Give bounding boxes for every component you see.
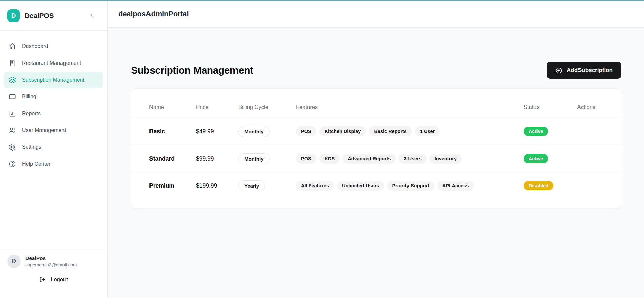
feature-chip: POS <box>296 154 316 164</box>
user-email: superadmin2@gmail.com <box>25 262 77 267</box>
feature-chip: POS <box>296 126 316 136</box>
sidebar-item-label: Restaurant Management <box>22 60 81 66</box>
home-icon <box>9 43 16 50</box>
page-title: Subscription Management <box>131 65 253 76</box>
table-row: Premium $199.99 Yearly All FeaturesUnlim… <box>131 172 621 199</box>
table-body: Basic $49.99 Monthly POSKitchen DisplayB… <box>131 118 621 199</box>
sidebar-item-dashboard[interactable]: Dashboard <box>0 38 107 55</box>
sidebar-header: D DealPOS <box>0 1 107 31</box>
layers-icon <box>9 76 16 84</box>
brand-logo-initial: D <box>11 12 16 19</box>
sidebar-collapse-button[interactable] <box>87 11 96 20</box>
feature-chip: Unlimited Users <box>337 181 384 191</box>
sidebar: D DealPOS Dashboard Restaurant Managemen… <box>0 1 108 298</box>
feature-chip: Inventory <box>430 154 462 164</box>
sidebar-item-billing[interactable]: Billing <box>0 88 107 105</box>
table-row: Basic $49.99 Monthly POSKitchen DisplayB… <box>131 118 621 145</box>
sidebar-item-label: Subscription Management <box>22 77 84 83</box>
logout-button[interactable]: Logout <box>39 276 68 283</box>
gear-icon <box>9 143 16 151</box>
building-icon <box>9 59 16 67</box>
help-circle-icon <box>9 160 16 168</box>
column-header-features: Features <box>296 104 524 110</box>
avatar: D <box>7 255 21 268</box>
sidebar-item-label: Dashboard <box>22 43 48 49</box>
status-badge: Active <box>524 154 548 163</box>
sidebar-footer: D DealPos superadmin2@gmail.com Logout <box>0 248 107 298</box>
features-list: All FeaturesUnlimited UsersPriority Supp… <box>296 181 524 191</box>
column-header-name: Name <box>149 104 196 110</box>
status-badge: Disabled <box>524 181 553 190</box>
sidebar-item-help-center[interactable]: Help Center <box>0 156 107 172</box>
main-area: dealposAdminPortal Subscription Manageme… <box>108 1 644 298</box>
add-subscription-label: AddSubscription <box>567 67 613 74</box>
billing-cycle-pill: Monthly <box>238 153 270 164</box>
column-header-actions: Actions <box>577 104 608 110</box>
sidebar-item-label: Help Center <box>22 161 50 167</box>
feature-chip: Advanced Reports <box>343 154 396 164</box>
brand-name: DealPOS <box>25 12 54 20</box>
chevron-left-icon <box>88 12 94 19</box>
user-profile: D DealPos superadmin2@gmail.com <box>7 255 100 268</box>
circle-plus-icon <box>555 67 562 74</box>
row-actions-button[interactable] <box>577 127 589 135</box>
sidebar-nav: Dashboard Restaurant Management Subscrip… <box>0 31 107 248</box>
bar-chart-icon <box>9 110 16 117</box>
column-header-billing-cycle: Billing Cycle <box>238 104 296 110</box>
feature-chip: Kitchen Display <box>319 126 366 136</box>
row-actions-button[interactable] <box>577 155 589 163</box>
brand-logo: D <box>7 9 20 22</box>
table-row: Standard $99.99 Monthly POSKDSAdvanced R… <box>131 145 621 172</box>
sidebar-item-label: Reports <box>22 111 41 117</box>
feature-chip: API Access <box>437 181 474 191</box>
column-header-status: Status <box>524 104 577 110</box>
sidebar-item-settings[interactable]: Settings <box>0 139 107 156</box>
column-header-price: Price <box>196 104 238 110</box>
add-subscription-button[interactable]: AddSubscription <box>547 62 621 79</box>
plan-price: $199.99 <box>196 182 238 189</box>
portal-title: dealposAdminPortal <box>118 10 189 18</box>
feature-chip: Basic Reports <box>369 126 412 136</box>
feature-chip: All Features <box>296 181 334 191</box>
sidebar-item-label: Billing <box>22 94 36 100</box>
row-actions-button[interactable] <box>577 182 589 190</box>
feature-chip: 1 User <box>415 126 440 136</box>
sidebar-item-label: Settings <box>22 144 41 150</box>
top-header: dealposAdminPortal <box>108 1 644 28</box>
sidebar-item-restaurant-management[interactable]: Restaurant Management <box>0 55 107 72</box>
table-header-row: Name Price Billing Cycle Features Status… <box>131 89 621 118</box>
user-name: DealPos <box>25 255 77 261</box>
sidebar-item-reports[interactable]: Reports <box>0 105 107 122</box>
subscriptions-card: Name Price Billing Cycle Features Status… <box>131 88 621 208</box>
credit-card-icon <box>9 93 16 100</box>
features-list: POSKitchen DisplayBasic Reports1 User <box>296 126 524 136</box>
sidebar-item-label: User Management <box>22 127 66 133</box>
billing-cycle-pill: Yearly <box>238 180 265 191</box>
features-list: POSKDSAdvanced Reports3 UsersInventory <box>296 154 524 164</box>
app-root: D DealPOS Dashboard Restaurant Managemen… <box>0 0 644 298</box>
plan-price: $99.99 <box>196 155 238 162</box>
plan-name: Basic <box>149 128 196 135</box>
plan-name: Standard <box>149 155 196 162</box>
logout-label: Logout <box>51 276 68 283</box>
feature-chip: Priority Support <box>387 181 434 191</box>
status-badge: Active <box>524 127 548 136</box>
avatar-initial: D <box>12 258 16 265</box>
plan-price: $49.99 <box>196 128 238 135</box>
billing-cycle-pill: Monthly <box>238 126 270 137</box>
page-header: Subscription Management AddSubscription <box>131 62 621 79</box>
top-accent-bar <box>0 0 644 1</box>
users-icon <box>9 127 16 134</box>
plan-name: Premium <box>149 182 196 189</box>
sidebar-item-subscription-management[interactable]: Subscription Management <box>4 72 103 88</box>
sidebar-item-user-management[interactable]: User Management <box>0 122 107 139</box>
feature-chip: KDS <box>319 154 340 164</box>
feature-chip: 3 Users <box>399 154 426 164</box>
page-content: Subscription Management AddSubscription … <box>108 28 644 208</box>
logout-icon <box>39 276 46 283</box>
